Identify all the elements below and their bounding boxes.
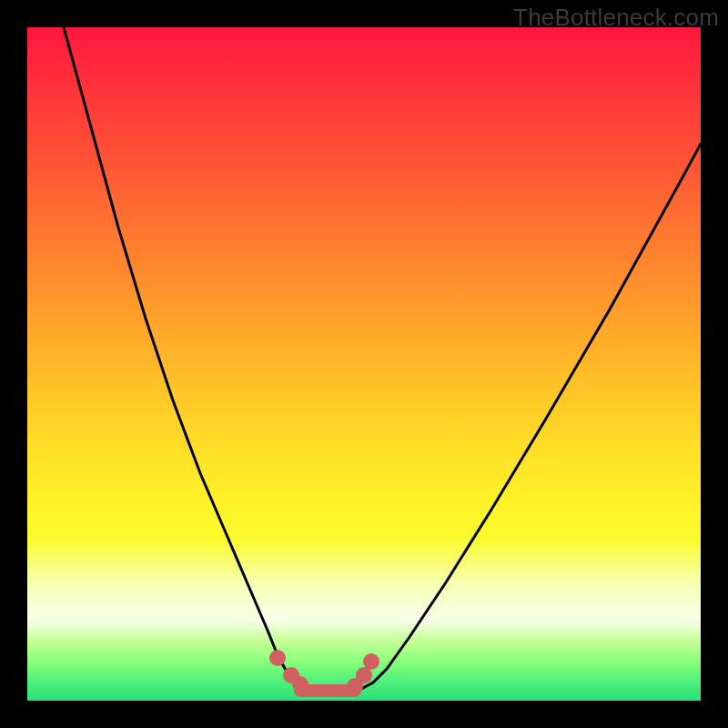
- bottleneck-curve-svg: [27, 27, 701, 701]
- curve-marker: [292, 676, 308, 693]
- curve-marker: [269, 650, 286, 666]
- plot-area: [27, 27, 701, 701]
- bottleneck-curve: [64, 27, 701, 692]
- curve-marker: [363, 653, 379, 670]
- chart-frame: TheBottleneck.com: [0, 0, 728, 728]
